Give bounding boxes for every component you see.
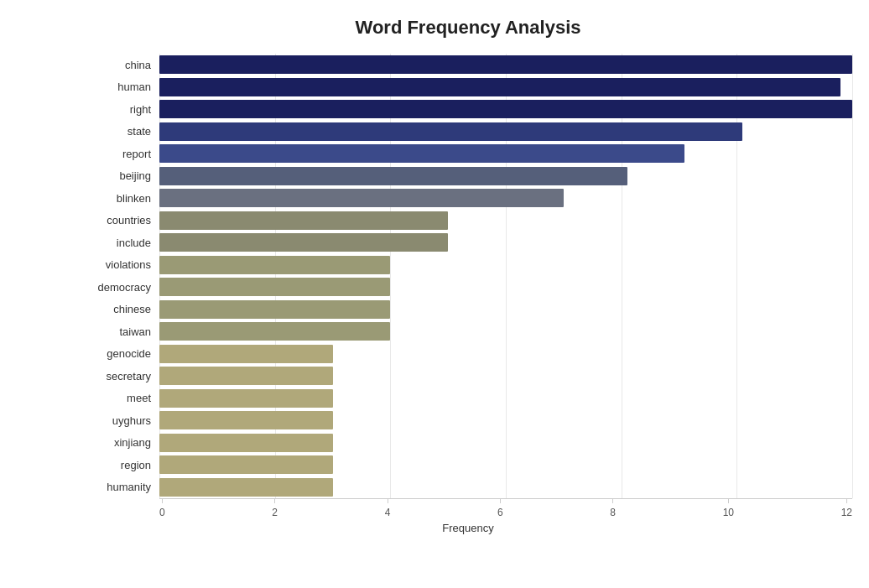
x-axis: 024681012 Frequency: [84, 498, 852, 540]
bar-row: right: [84, 100, 852, 118]
bar-row: uyghurs: [84, 411, 852, 429]
bar: [159, 167, 627, 185]
bar-row: taiwan: [84, 322, 852, 341]
bar-wrap: [159, 211, 852, 230]
x-tick: 8: [610, 498, 616, 518]
bar-label: countries: [84, 214, 159, 226]
bar-label: human: [84, 81, 159, 93]
bar-row: xinjiang: [84, 434, 852, 452]
bar-label: state: [84, 125, 159, 138]
bar-wrap: [159, 389, 852, 408]
bar-row: human: [84, 78, 852, 96]
bar-wrap: [159, 256, 852, 274]
bar-row: report: [84, 144, 852, 163]
bar-row: genocide: [84, 345, 852, 363]
bar-wrap: [159, 411, 852, 429]
bar: [159, 322, 390, 341]
bar-wrap: [159, 322, 852, 341]
x-tick-label: 12: [841, 507, 852, 518]
bar-label: chinese: [84, 303, 159, 315]
bar: [159, 256, 390, 274]
bar-label: meet: [84, 392, 159, 404]
bar-label: xinjiang: [84, 436, 159, 449]
bar-row: violations: [84, 256, 852, 274]
bar-row: meet: [84, 389, 852, 408]
x-tick: 10: [723, 498, 734, 518]
chart-container: Word Frequency Analysis chinahumanrights…: [0, 0, 869, 588]
bar: [159, 55, 852, 74]
bar-wrap: [159, 55, 852, 74]
bar-wrap: [159, 167, 852, 185]
bar-label: violations: [84, 258, 159, 271]
bar: [159, 233, 448, 252]
x-tick-label: 2: [272, 507, 278, 518]
bar: [159, 389, 333, 408]
bar-label: china: [84, 59, 159, 71]
bar-wrap: [159, 144, 852, 163]
x-tick-line: [162, 498, 163, 503]
bar-label: right: [84, 103, 159, 116]
x-tick: 2: [272, 498, 278, 518]
bar: [159, 345, 333, 363]
bar-row: chinese: [84, 300, 852, 319]
x-tick-line: [612, 498, 613, 503]
bar-wrap: [159, 233, 852, 252]
bar-label: beijing: [84, 169, 159, 182]
bar: [159, 78, 840, 96]
x-tick-line: [728, 498, 729, 503]
bar: [159, 100, 852, 118]
grid-line: [852, 54, 853, 498]
bar: [159, 367, 333, 385]
bar: [159, 211, 448, 230]
x-tick-label: 0: [159, 507, 165, 518]
bar-label: humanity: [84, 481, 159, 493]
bar-label: include: [84, 237, 159, 249]
bar: [159, 144, 684, 163]
x-axis-title: Frequency: [84, 522, 852, 534]
chart-area: chinahumanrightstatereportbeijingblinken…: [84, 54, 852, 540]
x-tick-label: 4: [385, 507, 391, 518]
x-ticks: 024681012: [159, 498, 852, 518]
bar-wrap: [159, 455, 852, 474]
bar-wrap: [159, 278, 852, 296]
bar-wrap: [159, 434, 852, 452]
bar-label: genocide: [84, 347, 159, 360]
bar-wrap: [159, 100, 852, 118]
bar: [159, 122, 742, 141]
bar-row: state: [84, 122, 852, 141]
bar-label: secretary: [84, 370, 159, 382]
bar-row: democracy: [84, 278, 852, 296]
x-tick: 12: [841, 498, 852, 518]
bar-row: beijing: [84, 167, 852, 185]
bar: [159, 300, 390, 319]
bar-row: secretary: [84, 367, 852, 385]
x-tick-label: 8: [610, 507, 616, 518]
chart-title: Word Frequency Analysis: [84, 17, 852, 39]
bar-wrap: [159, 345, 852, 363]
x-tick-label: 6: [497, 507, 503, 518]
bar-wrap: [159, 189, 852, 207]
bar-row: countries: [84, 211, 852, 230]
bar-wrap: [159, 478, 852, 497]
bar: [159, 189, 564, 207]
x-tick-line: [274, 498, 275, 503]
x-tick-label: 10: [723, 507, 734, 518]
bar-wrap: [159, 300, 852, 319]
bar-label: taiwan: [84, 325, 159, 338]
bar: [159, 455, 333, 474]
bar: [159, 434, 333, 452]
bar-row: blinken: [84, 189, 852, 207]
bar-label: democracy: [84, 281, 159, 294]
x-tick: 6: [497, 498, 503, 518]
bar-row: region: [84, 455, 852, 474]
bar-wrap: [159, 122, 852, 141]
bars-section: chinahumanrightstatereportbeijingblinken…: [84, 54, 852, 498]
bar-label: report: [84, 148, 159, 160]
x-tick-line: [500, 498, 501, 503]
bar-row: china: [84, 55, 852, 74]
bar: [159, 411, 333, 429]
x-tick-line: [846, 498, 847, 503]
x-tick: 4: [385, 498, 391, 518]
bar-row: include: [84, 233, 852, 252]
bar-label: region: [84, 459, 159, 471]
